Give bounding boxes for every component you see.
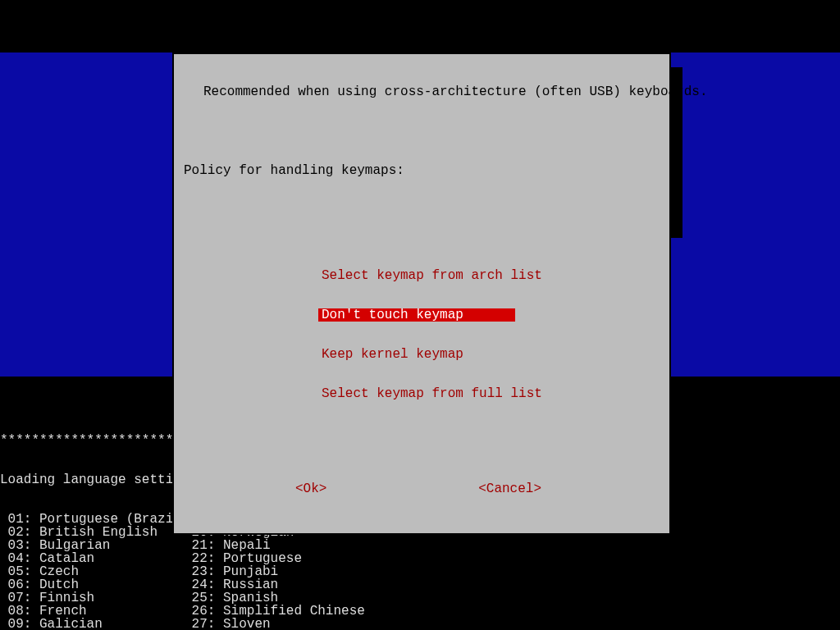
language-item: 02: British English: [0, 526, 184, 539]
blank-line: [174, 125, 669, 138]
option-keep-kernel[interactable]: Keep kernel keymap: [318, 348, 515, 361]
language-item: 06: Dutch: [0, 578, 184, 591]
language-item: 26: Simplified Chinese: [184, 605, 468, 618]
language-item: 09: Galician: [0, 618, 184, 630]
option-dont-touch[interactable]: Don't touch keymap: [318, 308, 515, 322]
language-item: 07: Finnish: [0, 591, 184, 605]
language-item: 23: Punjabi: [184, 565, 468, 578]
keymap-policy-dialog: Recommended when using cross-architectur…: [172, 52, 671, 535]
dialog-description: Recommended when using cross-architectur…: [174, 85, 669, 98]
option-full-list[interactable]: Select keymap from full list: [318, 387, 515, 400]
language-item: 24: Russian: [184, 578, 468, 591]
language-item: 22: Portuguese: [184, 552, 468, 565]
language-item: 08: French: [0, 605, 184, 618]
language-item: 04: Catalan: [0, 552, 184, 565]
language-item: 01: Portuguese (Brazilian): [0, 513, 184, 526]
ok-button[interactable]: <Ok>: [295, 482, 326, 495]
dialog-prompt: Policy for handling keymaps:: [174, 164, 669, 177]
language-item: 27: Sloven: [184, 618, 468, 630]
language-item: 05: Czech: [0, 565, 184, 578]
option-arch-list[interactable]: Select keymap from arch list: [318, 269, 515, 282]
language-col-left: 01: Portuguese (Brazilian) 02: British E…: [0, 513, 184, 630]
language-item: 03: Bulgarian: [0, 539, 184, 552]
dialog-button-row: <Ok> <Cancel>: [174, 482, 669, 495]
dialog-options-list: Select keymap from arch list Don't touch…: [318, 243, 515, 427]
language-item: 21: Nepali: [184, 539, 468, 552]
cancel-button[interactable]: <Cancel>: [478, 482, 541, 495]
installer-background: Recommended when using cross-architectur…: [0, 52, 840, 377]
blank-line: [174, 203, 669, 217]
language-item: 25: Spanish: [184, 591, 468, 605]
